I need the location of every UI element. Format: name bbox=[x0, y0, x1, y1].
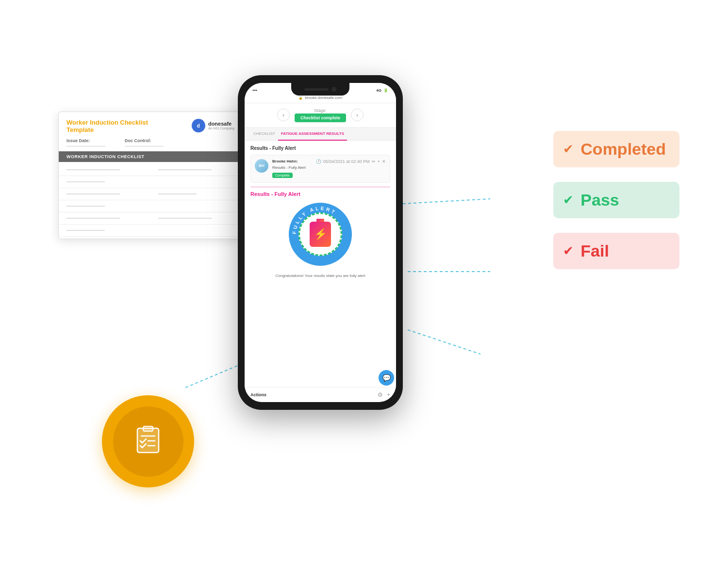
logo-icon: d bbox=[192, 119, 205, 132]
fail-label: Fail bbox=[580, 242, 609, 260]
camera bbox=[331, 87, 336, 92]
close-icon[interactable]: ✕ bbox=[382, 159, 386, 164]
table-row bbox=[59, 176, 242, 188]
table-row bbox=[59, 225, 242, 237]
tab-fatigue[interactable]: FATIGUE ASSESSMENT RESULTS bbox=[278, 128, 347, 141]
table-row bbox=[59, 164, 242, 176]
comment-text: Results - Fully Alert bbox=[272, 165, 386, 170]
section1-title: Results - Fully Alert bbox=[250, 146, 390, 151]
phone-tabs: CHECKLIST FATIGUE ASSESSMENT RESULTS bbox=[245, 128, 396, 141]
phone-notch bbox=[291, 83, 349, 96]
completed-badge: ✔ Completed bbox=[553, 131, 679, 167]
lock-icon: 🔒 bbox=[298, 96, 303, 99]
add-action-icon[interactable]: + bbox=[387, 391, 390, 398]
avatar: BH bbox=[255, 159, 268, 173]
clock-icon: 🕐 bbox=[316, 159, 321, 164]
chat-bubble-button[interactable]: 💬 bbox=[379, 370, 394, 386]
url-text: brooke.donesafe.com bbox=[305, 96, 342, 100]
add-icon[interactable]: + bbox=[378, 159, 380, 164]
stage-prev-button[interactable]: ‹ bbox=[277, 109, 290, 121]
table-body bbox=[59, 162, 242, 239]
network-type: 4G bbox=[376, 88, 381, 93]
phone-screen: ▪▪▪ 4G 🔋 🔒 brooke.donesafe.com ‹ Stage: … bbox=[245, 83, 396, 402]
document-card: Worker Induction Checklist Template d do… bbox=[58, 112, 243, 239]
battery-icon-large: ⚡ bbox=[310, 222, 331, 247]
phone-frame: ▪▪▪ 4G 🔋 🔒 brooke.donesafe.com ‹ Stage: … bbox=[238, 75, 403, 410]
speaker bbox=[304, 88, 329, 91]
edit-icon[interactable]: ✏ bbox=[372, 159, 376, 164]
issue-date-label: Issue Date: bbox=[66, 138, 90, 143]
signal-icon: ▪▪▪ bbox=[252, 88, 257, 93]
url-bar: 🔒 brooke.donesafe.com bbox=[245, 95, 396, 103]
comment-block: BH Brooke Hahn: 🕐 05/04/2021 at 02:40 PM… bbox=[250, 155, 390, 183]
section-divider bbox=[250, 187, 390, 187]
donesafe-logo: d donesafe An HSI Company bbox=[192, 119, 234, 132]
stage-value: Checklist complete bbox=[295, 113, 346, 122]
golden-circle-icon bbox=[102, 395, 194, 487]
comment-timestamp: 05/04/2021 at 02:40 PM bbox=[323, 159, 370, 164]
actions-label: Actions bbox=[250, 392, 266, 397]
completed-check-icon: ✔ bbox=[563, 142, 574, 157]
congrats-text: Congratulations! Your results state you … bbox=[250, 274, 390, 278]
stage-bar: ‹ Stage: Checklist complete › bbox=[245, 103, 396, 128]
document-title: Worker Induction Checklist Template bbox=[66, 119, 164, 133]
pass-badge: ✔ Pass bbox=[553, 182, 679, 218]
completed-label: Completed bbox=[580, 140, 666, 159]
table-row bbox=[59, 188, 242, 200]
fail-check-icon: ✔ bbox=[563, 243, 574, 259]
svg-line-4 bbox=[408, 330, 480, 354]
filter-icon[interactable]: ⚙ bbox=[378, 391, 383, 398]
table-row bbox=[59, 200, 242, 212]
fully-alert-badge: FULLY ALERT ⚡ bbox=[250, 203, 390, 266]
pass-label: Pass bbox=[580, 191, 619, 210]
table-header: WORKER INDUCTION CHECKLIST bbox=[59, 151, 242, 162]
complete-badge: Complete bbox=[272, 173, 293, 178]
tab-checklist[interactable]: CHECKLIST bbox=[250, 128, 278, 141]
comment-content: Brooke Hahn: 🕐 05/04/2021 at 02:40 PM ✏ … bbox=[272, 159, 386, 178]
pass-check-icon: ✔ bbox=[563, 193, 574, 208]
logo-main-text: donesafe bbox=[208, 121, 234, 127]
section2-title: Results - Fully Alert bbox=[250, 191, 390, 197]
battery-icon: 🔋 bbox=[383, 88, 388, 93]
alert-circle: FULLY ALERT ⚡ bbox=[289, 203, 352, 266]
document-meta: Issue Date: Doc Control: bbox=[59, 138, 242, 151]
footer-icons: ⚙ + bbox=[378, 391, 390, 398]
status-badges: ✔ Completed ✔ Pass ✔ Fail bbox=[553, 131, 679, 269]
phone-container: ▪▪▪ 4G 🔋 🔒 brooke.donesafe.com ‹ Stage: … bbox=[238, 75, 403, 410]
comment-actions: 🕐 05/04/2021 at 02:40 PM ✏ + ✕ bbox=[316, 159, 386, 164]
svg-rect-6 bbox=[143, 426, 153, 431]
stage-label: Stage: bbox=[295, 108, 346, 113]
comment-author: Brooke Hahn: bbox=[272, 159, 298, 164]
fail-badge: ✔ Fail bbox=[553, 233, 679, 269]
phone-body: Results - Fully Alert BH Brooke Hahn: 🕐 … bbox=[245, 141, 396, 387]
clipboard-icon bbox=[135, 424, 161, 458]
logo-sub-text: An HSI Company bbox=[208, 127, 234, 130]
svg-line-2 bbox=[403, 199, 490, 204]
phone-footer: Actions ⚙ + bbox=[245, 387, 396, 402]
table-row bbox=[59, 212, 242, 225]
doc-control-label: Doc Control: bbox=[125, 138, 151, 143]
stage-next-button[interactable]: › bbox=[351, 109, 364, 121]
